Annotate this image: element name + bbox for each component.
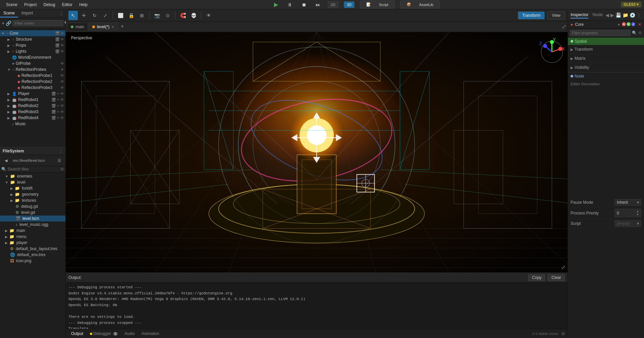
tab-debugger[interactable]: Debugger 6 [87,331,120,337]
tab-main[interactable]: main [67,23,88,31]
priority-up-arrow[interactable]: ▲ [636,210,639,213]
tree-item-redrobot4[interactable]: ▶ 🤖 RedRobot4 🎬 ✂ 👁 [0,115,65,121]
view-2d-button[interactable]: 2D [328,1,338,8]
fs-item-player[interactable]: ▶ 📁 player [0,240,65,246]
tree-item-redrobot1[interactable]: ▶ 🤖 RedRobot1 🎬 ✂ 👁 [0,97,65,103]
clear-output-btn[interactable]: Clear [548,274,565,281]
fs-search-input[interactable] [8,167,60,172]
snap-btn[interactable]: 🧲 [178,11,187,20]
menu-help[interactable]: Help [76,2,91,8]
tab-output[interactable]: Output [68,331,86,337]
filter-properties-input[interactable] [570,30,631,36]
grid-btn[interactable]: ⊞ [137,11,147,20]
fs-item-main[interactable]: ▶ 📁 main [0,228,65,234]
tab-node[interactable]: Node [592,11,603,18]
rr1-eye-icon[interactable]: 👁 [60,98,64,102]
props-eye-icon[interactable]: 👁 [60,43,64,48]
filter-options-icon[interactable]: ⚙ [638,31,642,35]
step-button[interactable]: ⏭ [314,1,322,8]
viewport[interactable]: Perspective [66,32,568,273]
fs-item-levelmusic[interactable]: ♪ level_music.ogg [0,222,65,228]
priority-down-arrow[interactable]: ▼ [636,213,639,216]
node-close-icon[interactable]: ✕ [638,22,641,27]
transform-btn[interactable]: Transform [518,11,545,19]
fs-item-level[interactable]: ▼ 📁 level [0,179,65,185]
filter-search-icon[interactable]: 🔍 [632,31,637,35]
fs-grid-btn[interactable]: ☰ [55,156,64,165]
fs-item-menu[interactable]: ▶ 📁 menu [0,234,65,240]
camera-btn[interactable]: 📷 [152,11,162,20]
tab-animation[interactable]: Animation [139,331,162,337]
rp-expand-icon[interactable]: ▼ [60,67,64,71]
insp-disk-icon[interactable]: 💿 [630,12,635,18]
fs-item-leveltscn[interactable]: 🎬 level.tscn [0,215,65,222]
expand-tabs-btn[interactable]: ⤢ [562,23,566,30]
matrix-header[interactable]: ▶ Matrix [568,55,644,62]
eye-icon[interactable]: 👁 [60,31,64,36]
tree-item-redrobot2[interactable]: ▶ 🤖 RedRobot2 🎬 ✂ 👁 [0,103,65,109]
move-tool-btn[interactable]: ✛ [79,11,89,20]
player-eye-icon[interactable]: 👁 [60,92,64,96]
scene-panel-menu[interactable]: ⋮ [59,10,64,17]
tree-item-rp2[interactable]: ◆ ReflectionProbe2 👁 [0,79,65,85]
fs-filter-icon[interactable]: ⚙ [60,167,64,172]
tree-item-lights[interactable]: ▶ ○ Lights 🎬 👁 [0,48,65,54]
rr1-movie-icon[interactable]: 🎬 [51,98,56,102]
tab-audio[interactable]: Audio [122,331,138,337]
tree-item-rp3[interactable]: ◆ ReflectionProbe3 👁 [0,85,65,91]
focus-btn[interactable]: ⊙ [163,11,172,20]
tab-level[interactable]: level(*) × [89,22,118,31]
rp1-eye-icon[interactable]: 👁 [60,74,64,78]
tree-item-redrobot3[interactable]: ▶ 🤖 RedRobot3 🎬 ✂ 👁 [0,109,65,115]
tree-item-giprobe[interactable]: ● GIProbe 👁 [0,60,65,66]
node-type-arrow[interactable]: ▾ [618,22,620,27]
instance-button[interactable]: 🔗 [5,18,12,28]
insp-save-icon[interactable]: 💾 [615,12,621,18]
tree-item-music[interactable]: ♪ Music [0,121,65,127]
fs-item-textures[interactable]: ▶ 📁 textures [0,197,65,203]
process-priority-value[interactable]: 0 ▲ ▼ [614,209,641,217]
spatial-section[interactable]: Spatial [568,38,644,45]
lock-btn[interactable]: 🔒 [126,11,136,20]
add-tab-btn[interactable]: + [119,23,126,30]
giprobe-eye-icon[interactable]: 👁 [60,61,64,65]
local-btn[interactable]: ⬜ [116,11,125,20]
structure-eye-icon[interactable]: 👁 [60,37,64,42]
visibility-header[interactable]: ▶ Visibility [568,64,644,71]
copy-output-btn[interactable]: Copy [528,274,545,281]
fs-menu-btn[interactable]: ⋮ [59,149,63,153]
pause-button[interactable]: ⏸ [285,1,294,8]
assetlib-button[interactable]: 📦 AssetLib [400,1,440,8]
fs-item-enemies[interactable]: ▼ 📁 enemies [0,173,65,179]
tree-item-reflectionprobes[interactable]: ▼ ○ ReflectionProbes ▼ [0,66,65,73]
fs-item-forklift[interactable]: ▶ 📁 forklift [0,185,65,191]
fs-item-buslay[interactable]: ⚙ default_bus_layout.tres [0,246,65,252]
rr2-movie-icon[interactable]: 🎬 [51,104,56,108]
gles-badge[interactable]: GLES3 ▾ [621,2,641,7]
fs-item-geometry[interactable]: ▶ 📁 geometry [0,191,65,197]
rr2-cut-icon[interactable]: ✂ [57,104,60,108]
view-btn[interactable]: View [547,11,565,19]
rr4-cut-icon[interactable]: ✂ [57,116,60,120]
menu-scene[interactable]: Scene [3,2,21,8]
pause-mode-value[interactable]: Inherit ▾ [614,199,641,206]
script-value[interactable]: [empty] ▾ [614,220,641,227]
rr4-eye-icon[interactable]: 👁 [60,116,64,120]
fs-item-icon[interactable]: 🖼 icon.png [0,258,65,264]
rr3-movie-icon[interactable]: 🎬 [51,110,56,114]
filter-nodes-input[interactable] [12,20,63,26]
tab-scene[interactable]: Scene [0,9,18,17]
fs-item-levelgd[interactable]: ⚙ level.gd [0,209,65,215]
fs-item-defenv[interactable]: 🌐 default_env.tres [0,252,65,258]
tree-item-structure[interactable]: ▶ ○ Structure 🎬 👁 [0,36,65,42]
rotate-tool-btn[interactable]: ↻ [90,11,99,20]
insp-folder-icon[interactable]: 📁 [623,12,628,18]
add-node-button[interactable]: + [1,18,5,28]
viewport-expand-btn[interactable]: ⤢ [561,264,566,271]
tree-item-core[interactable]: ▼ ○ Core 🎬 👁 [0,30,65,36]
fs-item-debuggd[interactable]: ⚙ debug.gd [0,203,65,209]
transform-header[interactable]: ▶ Transform [568,46,644,53]
monitor-icon[interactable]: ⊞ [561,331,565,336]
bone-btn[interactable]: 💀 [189,11,198,20]
tree-item-player[interactable]: ▶ 👤 Player 🎬 ✂ 👁 [0,91,65,97]
